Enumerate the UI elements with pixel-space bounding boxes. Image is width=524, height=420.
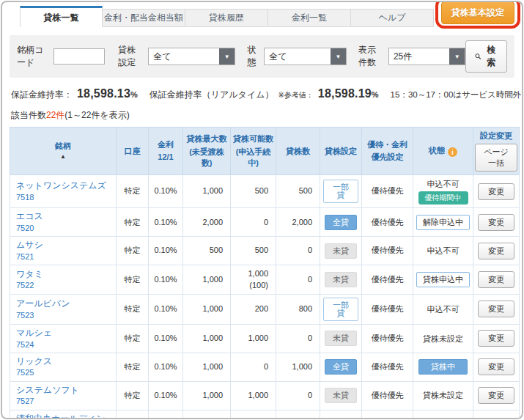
lending-setting-badge: 一部貸 bbox=[323, 298, 358, 321]
status-info-icon[interactable]: i bbox=[448, 147, 457, 157]
realtime-rate-note: ※参考値： bbox=[278, 90, 313, 100]
stock-code: 7524 bbox=[16, 339, 113, 350]
status-badge: 貸株中 bbox=[418, 359, 468, 375]
lending-setting-badge: 未貸 bbox=[325, 272, 357, 287]
account-cell: 特定 bbox=[117, 265, 149, 295]
lending-basic-settings-button[interactable]: 貸株基本設定 bbox=[441, 1, 514, 24]
lending-setting-cell: 全貸 bbox=[320, 353, 362, 381]
account-cell: 特定 bbox=[117, 237, 149, 265]
col-header-account: 口座 bbox=[117, 128, 149, 175]
rate-cell: 0.10% bbox=[149, 294, 183, 324]
table-row: ムサシ7521特定0.10%5005000未貸優待優先申込不可変更 bbox=[10, 237, 520, 265]
lending-qty-cell: 1,000 bbox=[276, 353, 320, 381]
stock-name-link[interactable]: システムソフト bbox=[16, 385, 113, 397]
available-qty: 1,000 bbox=[234, 268, 268, 279]
table-row: ワタミ7522特定0.10%1,0001,000(100)0未貸優待優先貸株申込… bbox=[10, 265, 520, 295]
lending-setting-cell: 未貸 bbox=[320, 410, 362, 419]
account-cell: 特定 bbox=[117, 353, 149, 381]
sort-ascending-icon[interactable]: ▲ bbox=[12, 153, 114, 161]
rate-cell: 0.10% bbox=[149, 324, 183, 353]
stock-name-link[interactable]: マルシェ bbox=[16, 328, 113, 339]
rate-cell: 0.10% bbox=[149, 381, 183, 410]
service-hours-notice: 15：30～17：00はサービス時間外です。 bbox=[391, 89, 523, 100]
change-button[interactable]: 変更 bbox=[478, 387, 514, 404]
change-button[interactable]: 変更 bbox=[478, 330, 514, 347]
stock-code: 7525 bbox=[16, 367, 113, 377]
stock-cell: リックス7525 bbox=[10, 353, 117, 381]
stock-name-link[interactable]: ネットワンシステムズ bbox=[16, 180, 113, 192]
action-cell: 変更 bbox=[473, 294, 520, 324]
chevron-down-icon: ▼ bbox=[331, 48, 346, 65]
stock-name-link[interactable]: ムサシ bbox=[16, 240, 113, 251]
lending-setting-select[interactable]: 全て ▼ bbox=[148, 48, 235, 65]
tab-lending-history[interactable]: 貸株履歴 bbox=[185, 9, 268, 27]
col-header-stock[interactable]: 銘柄 ▲ bbox=[10, 128, 117, 175]
tab-lending-list[interactable]: 貸株一覧 bbox=[20, 6, 103, 27]
col-header-qty: 貸株数 bbox=[276, 128, 320, 175]
col-header-status: 状態i bbox=[413, 128, 473, 175]
stock-code-input[interactable] bbox=[53, 48, 105, 65]
stock-name-link[interactable]: ワタミ bbox=[16, 269, 113, 281]
state-select[interactable]: 全て ▼ bbox=[264, 48, 347, 65]
stock-name-link[interactable]: エコス bbox=[16, 211, 113, 223]
change-button[interactable]: 変更 bbox=[478, 214, 514, 231]
max-qty-cell: 1,000 bbox=[183, 174, 231, 208]
available-qty: 0 bbox=[234, 361, 268, 372]
stock-name-link[interactable]: 清和中央ホールディングス bbox=[16, 413, 113, 419]
rate-cell: 0.10% bbox=[149, 353, 183, 381]
lending-setting-badge: 全貸 bbox=[325, 215, 357, 230]
change-button[interactable]: 変更 bbox=[478, 358, 514, 375]
tab-help[interactable]: ヘルプ bbox=[351, 9, 434, 27]
summary-bar: 保証金維持率： 18,598.13 % 保証金維持率（リアルタイム） ※参考値：… bbox=[2, 78, 522, 101]
account-cell: 特定 bbox=[117, 324, 149, 353]
rate-cell: 0.10% bbox=[149, 208, 183, 237]
stock-code: 7523 bbox=[16, 310, 113, 320]
action-cell: 変更 bbox=[473, 208, 520, 237]
account-cell: 特定 bbox=[117, 174, 149, 208]
lending-setting-cell: 全貸 bbox=[320, 208, 362, 237]
priority-cell: 優待優先 bbox=[362, 410, 413, 419]
available-qty: 0 bbox=[234, 217, 268, 228]
realtime-rate-label: 保証金維持率（リアルタイム） bbox=[150, 89, 274, 101]
change-button[interactable]: 変更 bbox=[478, 243, 514, 259]
chevron-down-icon: ▼ bbox=[449, 48, 465, 65]
page-size-select[interactable]: 25件 ▼ bbox=[388, 48, 465, 65]
stock-name-link[interactable]: リックス bbox=[16, 356, 113, 368]
search-button[interactable]: 検索 bbox=[465, 40, 507, 73]
lending-qty-cell: 500 bbox=[276, 174, 320, 208]
chevron-down-icon: ▼ bbox=[219, 48, 235, 65]
account-cell: 特定 bbox=[117, 294, 149, 324]
result-count: 該当件数22件(1～22件を表示) bbox=[2, 101, 522, 127]
max-qty-cell: 2,000 bbox=[183, 208, 231, 237]
available-qty: 500 bbox=[234, 245, 268, 256]
available-qty: 1,000 bbox=[234, 390, 268, 401]
change-button[interactable]: 変更 bbox=[478, 301, 514, 317]
account-cell: 特定 bbox=[117, 410, 149, 419]
status-cell: 解除申込中 bbox=[413, 208, 473, 237]
stock-cell: マルシェ7524 bbox=[10, 324, 117, 353]
tab-interest-list[interactable]: 金利一覧 bbox=[268, 9, 351, 27]
lending-setting-badge: 未貸 bbox=[325, 331, 357, 346]
tab-bar: 貸株一覧金利・配当金相当額貸株履歴金利一覧ヘルプ 貸株基本設定 bbox=[2, 2, 522, 27]
status-text: 申込不可 bbox=[416, 416, 470, 419]
lending-qty-cell: 2,000 bbox=[276, 208, 320, 237]
settings-button-wrap: 貸株基本設定 bbox=[441, 1, 514, 24]
tab-interest-dividend[interactable]: 金利・配当金相当額 bbox=[103, 9, 185, 27]
col-header-available: 貸株可能数(申込手続中) bbox=[231, 128, 276, 175]
change-button[interactable]: 変更 bbox=[478, 271, 514, 288]
lending-setting-badge: 未貸 bbox=[325, 243, 357, 259]
stock-name-link[interactable]: アールビバン bbox=[16, 298, 113, 310]
lending-qty-cell: 0 bbox=[276, 324, 320, 353]
table-row: マルシェ7524特定0.10%1,0001,0000未貸優待優先貸株未設定変更 bbox=[10, 324, 520, 353]
status-cell: 申込不可CA発生中 bbox=[413, 410, 473, 419]
max-qty-cell: 1,000 bbox=[183, 294, 231, 324]
change-button[interactable]: 変更 bbox=[478, 183, 514, 200]
available-qty-cell: 1,000(100) bbox=[231, 265, 276, 295]
rate-cell: 0.10% bbox=[149, 410, 183, 419]
lending-qty-cell: 0 bbox=[276, 381, 320, 410]
available-qty-cell: 1,000 bbox=[231, 410, 276, 419]
page-batch-button[interactable]: ページ一括 bbox=[475, 144, 517, 172]
max-qty-cell: 1,000 bbox=[183, 410, 231, 419]
available-qty-cell: 500 bbox=[231, 174, 276, 208]
available-qty-cell: 0 bbox=[231, 353, 276, 381]
